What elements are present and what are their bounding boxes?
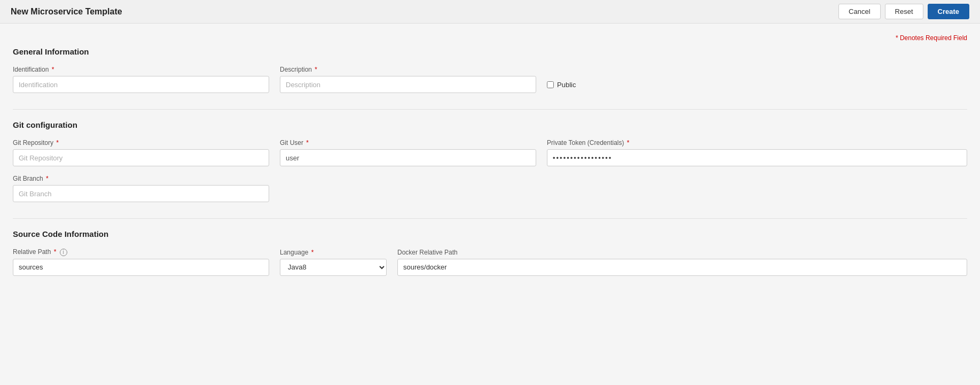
relative-path-required-star: * xyxy=(52,248,56,256)
git-repository-label: Git Repository * xyxy=(13,139,269,147)
identification-input[interactable] xyxy=(13,76,269,93)
language-group: Language * Java8 Java11 Node Python xyxy=(280,249,387,276)
cancel-button[interactable]: Cancel xyxy=(838,4,880,19)
language-label: Language * xyxy=(280,249,387,256)
git-branch-row: Git Branch * xyxy=(13,175,967,202)
source-code-section-title: Source Code Information xyxy=(13,229,967,238)
git-user-input[interactable] xyxy=(280,149,536,166)
docker-relative-path-label: Docker Relative Path xyxy=(397,249,967,256)
git-user-group: Git User * xyxy=(280,139,536,166)
identification-label: Identification * xyxy=(13,66,269,73)
relative-path-label: Relative Path * i xyxy=(13,248,269,256)
divider-1 xyxy=(13,109,967,110)
public-checkbox-label[interactable]: Public xyxy=(557,81,576,89)
general-form-row: Identification * Description * xyxy=(13,66,967,93)
public-checkbox[interactable] xyxy=(547,81,554,88)
source-code-section: Source Code Information Relative Path * … xyxy=(13,229,967,276)
private-token-label: Private Token (Credentials) * xyxy=(547,139,967,147)
git-repository-input[interactable] xyxy=(13,149,269,166)
page-header: New Microservice Template Cancel Reset C… xyxy=(0,0,980,24)
reset-button[interactable]: Reset xyxy=(885,4,923,19)
page-title: New Microservice Template xyxy=(11,7,122,17)
git-branch-label: Git Branch * xyxy=(13,175,269,182)
description-label: Description * xyxy=(280,66,536,73)
git-branch-input[interactable] xyxy=(13,185,269,202)
page-wrapper: New Microservice Template Cancel Reset C… xyxy=(0,0,980,385)
language-required-star: * xyxy=(309,249,313,256)
public-spacer-label xyxy=(547,66,576,73)
git-user-label: Git User * xyxy=(280,139,536,147)
git-branch-group: Git Branch * xyxy=(13,175,269,202)
relative-path-input[interactable] xyxy=(13,259,269,276)
general-information-section: General Information Identification * Des… xyxy=(13,47,967,93)
header-actions: Cancel Reset Create xyxy=(838,4,969,19)
git-repository-required-star: * xyxy=(54,139,59,147)
relative-path-group: Relative Path * i xyxy=(13,248,269,276)
description-input[interactable] xyxy=(280,76,536,93)
git-repository-group: Git Repository * xyxy=(13,139,269,166)
language-select[interactable]: Java8 Java11 Node Python xyxy=(280,259,387,276)
private-token-input[interactable] xyxy=(547,149,967,166)
git-configuration-section: Git configuration Git Repository * Git U… xyxy=(13,120,967,202)
identification-required-star: * xyxy=(50,66,54,73)
docker-relative-path-group: Docker Relative Path xyxy=(397,249,967,276)
public-group: Public xyxy=(547,66,576,93)
git-user-required-star: * xyxy=(304,139,309,147)
description-group: Description * xyxy=(280,66,536,93)
public-checkbox-group: Public xyxy=(547,76,576,93)
required-field-note: * Denotes Required Field xyxy=(13,34,967,42)
source-code-form-row: Relative Path * i Language * Java8 Java1… xyxy=(13,248,967,276)
page-content: * Denotes Required Field General Informa… xyxy=(0,24,980,303)
private-token-required-star: * xyxy=(625,139,630,147)
git-main-row: Git Repository * Git User * Private Toke… xyxy=(13,139,967,166)
divider-2 xyxy=(13,218,967,219)
create-button[interactable]: Create xyxy=(928,4,969,19)
git-branch-required-star: * xyxy=(44,175,49,182)
identification-group: Identification * xyxy=(13,66,269,93)
docker-relative-path-input[interactable] xyxy=(397,259,967,276)
private-token-group: Private Token (Credentials) * xyxy=(547,139,967,166)
relative-path-info-icon[interactable]: i xyxy=(60,249,67,256)
description-required-star: * xyxy=(313,66,317,73)
general-section-title: General Information xyxy=(13,47,967,56)
git-section-title: Git configuration xyxy=(13,120,967,129)
